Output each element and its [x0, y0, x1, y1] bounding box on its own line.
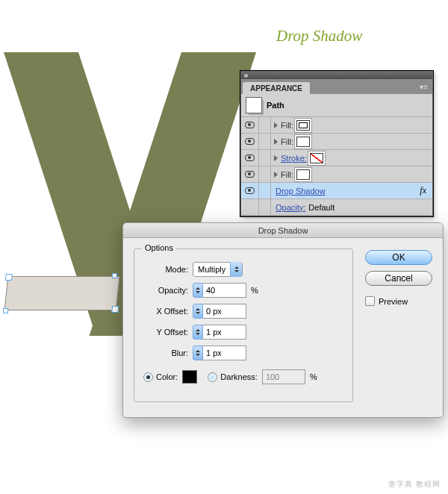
- object-type-label: Path: [267, 101, 284, 110]
- spacer: [259, 117, 271, 134]
- appearance-row-fill[interactable]: Fill:: [241, 166, 432, 183]
- spacer: [241, 199, 259, 216]
- color-label: Color:: [156, 372, 178, 381]
- appearance-panel: APPEARANCE ▾≡ Path Fill: Fill: Stroke: F…: [240, 71, 433, 216]
- visibility-eye-icon[interactable]: [245, 138, 255, 145]
- visibility-eye-icon[interactable]: [245, 187, 255, 194]
- opacity-label[interactable]: Opacity:: [276, 203, 305, 212]
- watermark: 查字典 教程网: [388, 479, 441, 490]
- mode-value: Multiply: [198, 265, 225, 274]
- row-label: Fill:: [281, 121, 293, 130]
- tab-appearance[interactable]: APPEARANCE: [243, 82, 310, 94]
- yoffset-stepper[interactable]: [193, 325, 203, 340]
- blur-stepper[interactable]: [193, 346, 203, 360]
- panel-tabs: APPEARANCE ▾≡: [241, 79, 432, 94]
- spacer: [259, 150, 271, 166]
- fill-swatch[interactable]: [296, 120, 310, 131]
- ok-button[interactable]: OK: [365, 250, 432, 265]
- dialog-title[interactable]: Drop Shadow: [123, 223, 443, 238]
- cancel-button[interactable]: Cancel: [365, 271, 432, 286]
- disclosure-triangle-icon[interactable]: [274, 155, 278, 161]
- spacer: [259, 134, 271, 150]
- color-radio[interactable]: [143, 372, 153, 382]
- opacity-unit: %: [251, 286, 258, 295]
- visibility-eye-icon[interactable]: [245, 122, 255, 128]
- panel-menu-icon[interactable]: ▾≡: [420, 83, 428, 91]
- blur-field[interactable]: [203, 346, 246, 360]
- fill-swatch[interactable]: [296, 137, 310, 147]
- mode-label: Mode:: [143, 265, 188, 274]
- darkness-label: Darkness:: [220, 372, 258, 381]
- options-group: Options Mode: Multiply Opacity: % X Offs…: [134, 248, 353, 402]
- row-label[interactable]: Stroke:: [281, 154, 307, 163]
- opacity-label: Opacity:: [143, 286, 188, 295]
- disclosure-triangle-icon[interactable]: [274, 139, 278, 145]
- xoffset-stepper[interactable]: [193, 304, 203, 319]
- xoffset-label: X Offset:: [143, 307, 188, 316]
- color-swatch[interactable]: [182, 370, 197, 384]
- yoffset-field[interactable]: [203, 325, 246, 340]
- selection-handle[interactable]: [3, 308, 8, 313]
- drop-shadow-dialog: Drop Shadow Options Mode: Multiply Opaci…: [122, 222, 444, 418]
- selected-ribbon-path[interactable]: [4, 276, 120, 310]
- appearance-row-fill[interactable]: Fill:: [241, 134, 432, 150]
- opacity-value: Default: [308, 203, 335, 212]
- appearance-row-opacity[interactable]: Opacity: Default: [241, 199, 432, 216]
- object-thumbnail: [246, 97, 262, 113]
- fx-icon[interactable]: fx: [420, 185, 426, 196]
- dropdown-arrows-icon[interactable]: [230, 262, 242, 277]
- visibility-eye-icon[interactable]: [245, 154, 255, 161]
- opacity-stepper[interactable]: [193, 283, 203, 298]
- darkness-unit: %: [310, 372, 317, 381]
- yoffset-label: Y Offset:: [143, 328, 188, 337]
- row-label: Fill:: [281, 170, 293, 179]
- preview-checkbox[interactable]: [365, 296, 375, 306]
- selection-handle[interactable]: [112, 273, 117, 278]
- fill-swatch[interactable]: [296, 169, 310, 180]
- effect-name[interactable]: Drop Shadow: [276, 187, 326, 196]
- spacer: [259, 166, 271, 183]
- stroke-swatch-none[interactable]: [310, 153, 323, 163]
- row-label: Fill:: [281, 137, 293, 146]
- darkness-field: [262, 369, 305, 384]
- xoffset-field[interactable]: [203, 304, 246, 319]
- spacer: [259, 183, 271, 199]
- dialog-button-column: OK Cancel Preview: [365, 248, 432, 402]
- appearance-row-stroke[interactable]: Stroke:: [241, 150, 432, 166]
- mode-select[interactable]: Multiply: [193, 262, 243, 277]
- panel-object-row: Path: [241, 94, 432, 117]
- spacer: [259, 199, 271, 216]
- panel-titlebar[interactable]: [241, 72, 432, 79]
- visibility-eye-icon[interactable]: [245, 171, 255, 178]
- group-legend: Options: [142, 243, 176, 252]
- preview-label: Preview: [379, 297, 408, 306]
- appearance-row-effect-selected[interactable]: Drop Shadow fx: [241, 183, 432, 199]
- disclosure-triangle-icon[interactable]: [274, 122, 278, 128]
- opacity-field[interactable]: [203, 283, 246, 298]
- appearance-row-fill[interactable]: Fill:: [241, 117, 432, 134]
- darkness-radio[interactable]: [208, 372, 217, 382]
- annotation-title: Drop Shadow: [276, 27, 362, 46]
- blur-label: Blur:: [143, 348, 188, 357]
- panel-dot: [244, 74, 248, 78]
- disclosure-triangle-icon[interactable]: [274, 172, 278, 178]
